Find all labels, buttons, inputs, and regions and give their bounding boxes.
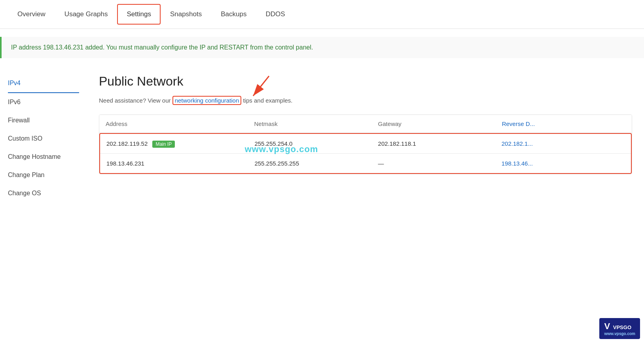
top-nav: Overview Usage Graphs Settings Snapshots… bbox=[0, 0, 644, 29]
header-address: Address bbox=[99, 115, 248, 133]
table-row: 198.13.46.231 255.255.255.255 — 198.13.4… bbox=[100, 154, 631, 173]
tab-settings[interactable]: Settings bbox=[117, 4, 160, 25]
row1-netmask: 255.255.254.0 bbox=[248, 134, 371, 153]
table-row: 202.182.119.52 Main IP 255.255.254.0 202… bbox=[100, 134, 631, 154]
sidebar-item-ipv6[interactable]: IPv6 bbox=[8, 93, 79, 111]
network-table-wrapper: Address Netmask Gateway Reverse D... 202… bbox=[99, 114, 632, 174]
tab-ddos[interactable]: DDOS bbox=[256, 2, 294, 26]
table-header: Address Netmask Gateway Reverse D... bbox=[99, 115, 632, 133]
sidebar-item-firewall[interactable]: Firewall bbox=[8, 111, 79, 130]
sidebar-item-change-plan[interactable]: Change Plan bbox=[8, 166, 79, 184]
main-ip-badge: Main IP bbox=[152, 141, 175, 148]
highlighted-rows: 202.182.119.52 Main IP 255.255.254.0 202… bbox=[99, 133, 632, 174]
row1-reverse-dns[interactable]: 202.182.1... bbox=[495, 134, 631, 153]
row2-address: 198.13.46.231 bbox=[100, 154, 248, 173]
help-text: Need assistance? View our networking con… bbox=[99, 96, 632, 105]
tab-usage-graphs[interactable]: Usage Graphs bbox=[55, 2, 117, 26]
sidebar-item-ipv4[interactable]: IPv4 bbox=[8, 74, 79, 93]
row1-gateway: 202.182.118.1 bbox=[372, 134, 495, 153]
alert-banner: IP address 198.13.46.231 added. You must… bbox=[0, 37, 644, 58]
header-gateway: Gateway bbox=[372, 115, 496, 133]
alert-message: IP address 198.13.46.231 added. You must… bbox=[11, 44, 313, 51]
header-reverse-dns: Reverse D... bbox=[496, 115, 632, 133]
row2-gateway: — bbox=[372, 154, 495, 173]
row1-address: 202.182.119.52 Main IP bbox=[100, 134, 248, 153]
sidebar-item-change-hostname[interactable]: Change Hostname bbox=[8, 148, 79, 166]
tab-snapshots[interactable]: Snapshots bbox=[161, 2, 211, 26]
header-netmask: Netmask bbox=[248, 115, 372, 133]
tab-overview[interactable]: Overview bbox=[8, 2, 55, 26]
main-panel: Public Network Need assistance? View our… bbox=[87, 70, 644, 206]
section-title: Public Network bbox=[99, 74, 632, 89]
help-link-container: networking configuration bbox=[172, 96, 242, 105]
sidebar-item-change-os[interactable]: Change OS bbox=[8, 184, 79, 202]
sidebar: IPv4 IPv6 Firewall Custom ISO Change Hos… bbox=[0, 70, 87, 206]
row2-netmask: 255.255.255.255 bbox=[248, 154, 371, 173]
content-area: IPv4 IPv6 Firewall Custom ISO Change Hos… bbox=[0, 66, 644, 210]
row2-reverse-dns[interactable]: 198.13.46... bbox=[495, 154, 631, 173]
networking-config-link[interactable]: networking configuration bbox=[172, 96, 242, 105]
sidebar-item-custom-iso[interactable]: Custom ISO bbox=[8, 130, 79, 148]
tab-backups[interactable]: Backups bbox=[211, 2, 256, 26]
